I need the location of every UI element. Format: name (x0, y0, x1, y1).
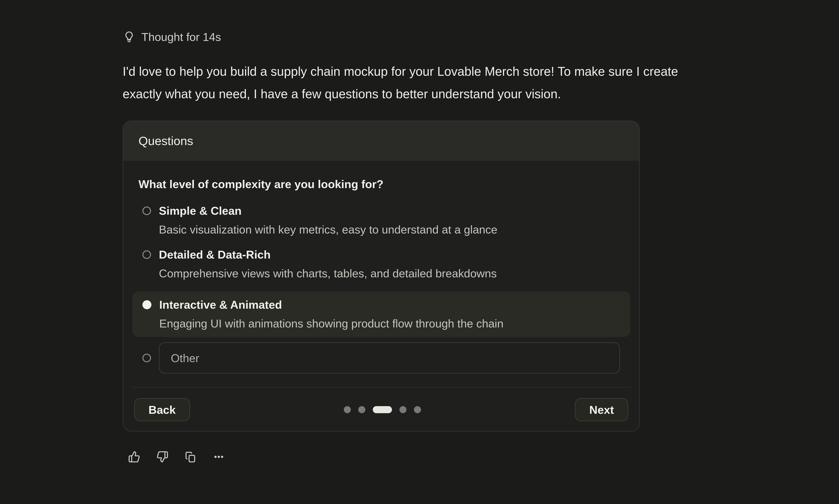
next-button[interactable]: Next (575, 398, 628, 421)
question-title: What level of complexity are you looking… (139, 177, 624, 191)
radio-selected-icon[interactable] (142, 300, 152, 309)
pagination-dot-active (373, 406, 392, 413)
pagination-dot (358, 406, 365, 413)
thought-toggle[interactable]: Thought for 14s (123, 29, 640, 44)
message-actions (128, 451, 640, 463)
questions-card: Questions What level of complexity are y… (123, 121, 640, 432)
option-description: Comprehensive views with charts, tables,… (159, 266, 497, 281)
lightbulb-icon (123, 30, 136, 43)
message-line: exactly what you need, I have a few ques… (123, 83, 753, 105)
other-option-input[interactable] (159, 342, 620, 374)
radio-unselected-icon[interactable] (142, 354, 151, 362)
pagination-dot (399, 406, 406, 413)
card-title: Questions (139, 133, 624, 148)
thumbs-down-button[interactable] (156, 451, 169, 463)
thumbs-up-button[interactable] (128, 451, 140, 463)
option-other[interactable] (132, 342, 630, 374)
thumbs-down-icon (156, 451, 169, 463)
copy-icon (185, 451, 197, 463)
option-description: Basic visualization with key metrics, ea… (159, 222, 497, 237)
more-options-button[interactable] (213, 451, 225, 463)
option-detailed-data-rich[interactable]: Detailed & Data-Rich Comprehensive views… (132, 248, 630, 281)
pagination-dot (344, 406, 351, 413)
back-button[interactable]: Back (134, 398, 190, 421)
option-description: Engaging UI with animations showing prod… (159, 317, 504, 330)
option-label: Simple & Clean (159, 204, 497, 218)
thumbs-up-icon (128, 451, 140, 463)
option-label: Detailed & Data-Rich (159, 248, 497, 262)
copy-button[interactable] (185, 451, 197, 463)
message-line: I'd love to help you build a supply chai… (123, 60, 753, 83)
questions-card-body: What level of complexity are you looking… (123, 161, 639, 388)
assistant-message-text: I'd love to help you build a supply chai… (123, 60, 753, 105)
option-interactive-animated[interactable]: Interactive & Animated Engaging UI with … (132, 291, 630, 337)
ellipsis-icon (213, 451, 225, 463)
pagination-dots (344, 406, 421, 413)
questions-card-footer: Back Next (123, 388, 639, 431)
option-label: Interactive & Animated (159, 298, 504, 312)
radio-unselected-icon[interactable] (142, 206, 151, 215)
radio-unselected-icon[interactable] (142, 250, 151, 259)
option-simple-clean[interactable]: Simple & Clean Basic visualization with … (132, 204, 630, 237)
thought-label: Thought for 14s (141, 30, 221, 43)
questions-card-header: Questions (123, 121, 639, 161)
pagination-dot (414, 406, 421, 413)
assistant-message-block: Thought for 14s I'd love to help you bui… (123, 29, 640, 463)
